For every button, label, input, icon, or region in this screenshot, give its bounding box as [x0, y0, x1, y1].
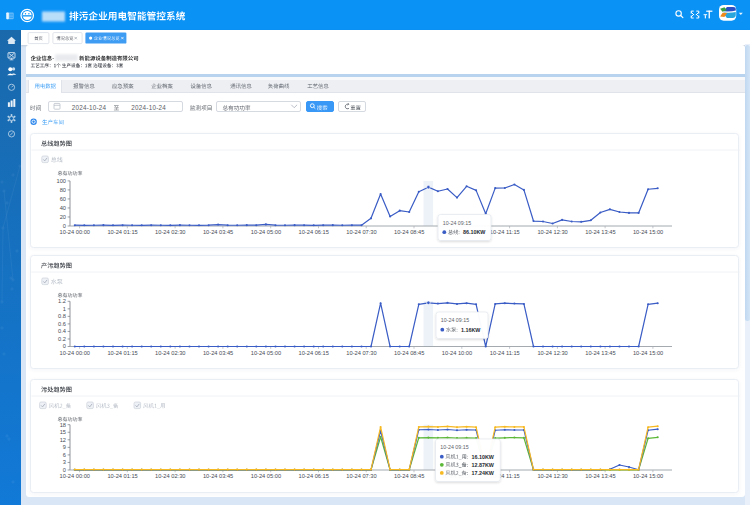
svg-text:10-24 01:15: 10-24 01:15: [107, 229, 137, 235]
svg-text:1: 1: [63, 305, 66, 311]
svg-text:6: 6: [63, 452, 66, 458]
svg-text:0.8: 0.8: [58, 313, 66, 319]
svg-text:0: 0: [63, 467, 66, 473]
svg-text:10-24 01:15: 10-24 01:15: [107, 473, 137, 479]
svg-text:10-24 02:30: 10-24 02:30: [155, 229, 185, 235]
svg-text:10-24 06:15: 10-24 06:15: [299, 349, 329, 355]
svg-text:10-24 11:15: 10-24 11:15: [490, 349, 520, 355]
svg-text:18: 18: [60, 422, 66, 428]
svg-text:10-24 15:00: 10-24 15:00: [633, 473, 663, 479]
svg-text:60: 60: [60, 195, 66, 201]
svg-text:10-24 11:15: 10-24 11:15: [490, 229, 520, 235]
svg-text:10-24 13:45: 10-24 13:45: [585, 473, 615, 479]
svg-text:10-24 08:45: 10-24 08:45: [394, 349, 424, 355]
svg-text:80: 80: [60, 186, 66, 192]
svg-text:10-24 12:30: 10-24 12:30: [537, 473, 567, 479]
svg-text:10-24 05:00: 10-24 05:00: [251, 473, 281, 479]
svg-text:86.10KW: 86.10KW: [463, 229, 486, 235]
svg-text:10-24 06:15: 10-24 06:15: [299, 473, 329, 479]
svg-text:0: 0: [63, 222, 66, 228]
svg-text:10-24 02:30: 10-24 02:30: [155, 349, 185, 355]
svg-text:0.2: 0.2: [58, 335, 66, 341]
svg-text:10-24 00:00: 10-24 00:00: [60, 229, 90, 235]
svg-text:10-24 00:00: 10-24 00:00: [60, 349, 90, 355]
svg-text:10-24 01:15: 10-24 01:15: [107, 349, 137, 355]
svg-text:0.6: 0.6: [58, 320, 66, 326]
svg-text:10-24 12:30: 10-24 12:30: [537, 349, 567, 355]
svg-text:0.4: 0.4: [58, 328, 66, 334]
svg-text:10-24 15:00: 10-24 15:00: [633, 349, 663, 355]
svg-text:10-24 09:15: 10-24 09:15: [443, 219, 471, 225]
svg-text:10-24 06:15: 10-24 06:15: [299, 229, 329, 235]
svg-text:10-24 03:45: 10-24 03:45: [203, 229, 233, 235]
svg-text:10-24 15:00: 10-24 15:00: [633, 229, 663, 235]
svg-text:10-24 12:30: 10-24 12:30: [537, 229, 567, 235]
svg-text:3: 3: [63, 459, 66, 465]
svg-text:10-24 00:00: 10-24 00:00: [60, 473, 90, 479]
svg-text:10-24 03:45: 10-24 03:45: [203, 349, 233, 355]
svg-text:10-24 13:45: 10-24 13:45: [585, 349, 615, 355]
svg-text:10-24 08:45: 10-24 08:45: [394, 473, 424, 479]
svg-text:10-24 03:45: 10-24 03:45: [203, 473, 233, 479]
svg-text:100: 100: [57, 177, 67, 183]
svg-text:10-24 07:30: 10-24 07:30: [346, 349, 376, 355]
svg-text:10-24 09:15: 10-24 09:15: [440, 444, 468, 450]
svg-text:1.2: 1.2: [58, 298, 66, 304]
svg-text:15: 15: [60, 429, 66, 435]
svg-text:10-24 09:15: 10-24 09:15: [441, 317, 469, 323]
svg-text:0: 0: [63, 343, 66, 349]
svg-text:10-24 07:30: 10-24 07:30: [346, 229, 376, 235]
svg-text:16.10KW: 16.10KW: [471, 454, 494, 460]
svg-text:12: 12: [60, 437, 66, 443]
svg-text:10-24 08:45: 10-24 08:45: [394, 229, 424, 235]
svg-text:40: 40: [60, 204, 66, 210]
svg-text:10-24 13:45: 10-24 13:45: [585, 229, 615, 235]
svg-text:10-24 02:30: 10-24 02:30: [155, 473, 185, 479]
svg-text:1.16KW: 1.16KW: [461, 326, 481, 332]
svg-text:17.24KW: 17.24KW: [471, 470, 494, 476]
svg-text:10-24 07:30: 10-24 07:30: [346, 473, 376, 479]
svg-text:12.87KW: 12.87KW: [471, 462, 494, 468]
svg-text:10-24 05:00: 10-24 05:00: [251, 229, 281, 235]
svg-text:9: 9: [63, 444, 66, 450]
svg-text:10-24 05:00: 10-24 05:00: [251, 349, 281, 355]
svg-text:20: 20: [60, 213, 66, 219]
svg-text:10-24 10:00: 10-24 10:00: [442, 349, 472, 355]
